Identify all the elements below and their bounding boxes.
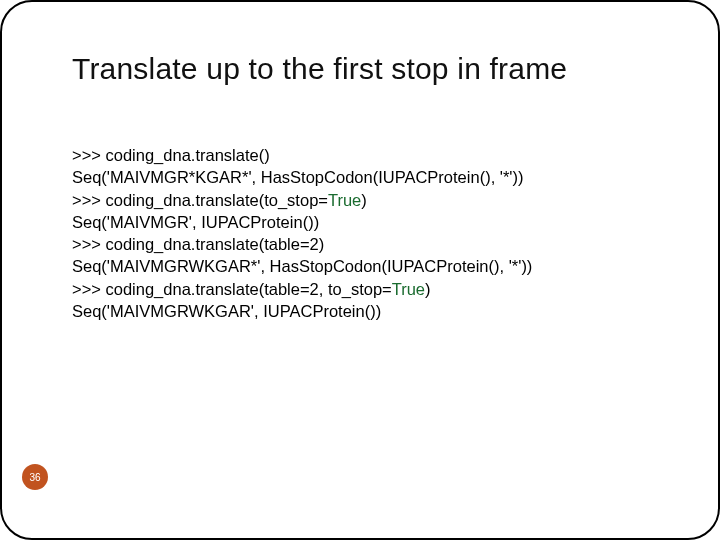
code-line: Seq('MAIVMGR*KGAR*', HasStopCodon(IUPACP… — [72, 166, 668, 188]
code-text: >>> coding_dna.translate(table=2, to_sto… — [72, 280, 392, 298]
code-text: ) — [425, 280, 431, 298]
code-line: >>> coding_dna.translate(to_stop=True) — [72, 189, 668, 211]
code-keyword-true: True — [392, 280, 425, 298]
page-number-badge: 36 — [22, 464, 48, 490]
code-text: >>> coding_dna.translate(table=2) — [72, 235, 324, 253]
code-text: ) — [361, 191, 367, 209]
code-keyword-true: True — [328, 191, 361, 209]
code-text: >>> coding_dna.translate(to_stop= — [72, 191, 328, 209]
code-line: >>> coding_dna.translate() — [72, 144, 668, 166]
code-text: Seq('MAIVMGRWKGAR*', HasStopCodon(IUPACP… — [72, 257, 532, 275]
code-line: Seq('MAIVMGRWKGAR*', HasStopCodon(IUPACP… — [72, 255, 668, 277]
code-text: Seq('MAIVMGRWKGAR', IUPACProtein()) — [72, 302, 381, 320]
code-line: >>> coding_dna.translate(table=2, to_sto… — [72, 278, 668, 300]
code-text: >>> coding_dna.translate() — [72, 146, 270, 164]
code-block: >>> coding_dna.translate() Seq('MAIVMGR*… — [72, 144, 668, 322]
code-line: Seq('MAIVMGR', IUPACProtein()) — [72, 211, 668, 233]
slide-title: Translate up to the first stop in frame — [72, 52, 668, 86]
code-text: Seq('MAIVMGR*KGAR*', HasStopCodon(IUPACP… — [72, 168, 524, 186]
code-line: Seq('MAIVMGRWKGAR', IUPACProtein()) — [72, 300, 668, 322]
code-line: >>> coding_dna.translate(table=2) — [72, 233, 668, 255]
slide-frame: Translate up to the first stop in frame … — [0, 0, 720, 540]
code-text: Seq('MAIVMGR', IUPACProtein()) — [72, 213, 319, 231]
page-number: 36 — [29, 472, 40, 483]
